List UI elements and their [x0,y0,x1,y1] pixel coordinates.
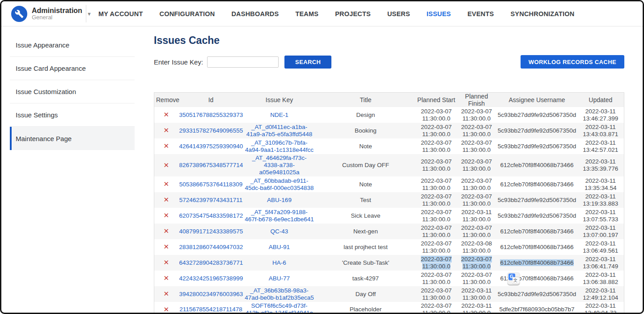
planned-finish-cell: 2022-03-07 11:30:00.0 [457,123,497,138]
app-window: Administration General ▼ MY ACCOUNTCONFI… [0,0,644,314]
nav-item-configuration[interactable]: CONFIGURATION [159,10,215,17]
planned-start-cell: 2022-03-07 11:30:00.0 [416,271,457,286]
issue-id-link[interactable]: 4087991712433389575 [179,228,243,235]
table-row: ✕4087991712433389575QC-43Next-gen2022-03… [154,224,624,239]
remove-icon[interactable]: ✕ [163,111,169,118]
assignee-cell: 5c93bb27dd9fe92d5067350d [497,286,577,302]
remove-icon[interactable]: ✕ [163,142,169,150]
sidebar-item-issue-customization[interactable]: Issue Customization [10,80,135,103]
remove-icon[interactable]: ✕ [163,274,169,282]
table-row: ✕5053866753764118309_AT_60bbadab-e911-45… [154,176,624,192]
issue-key-link[interactable]: ABU-169 [267,197,292,203]
app-subtitle: General [32,14,82,21]
remove-cell: ✕ [154,255,178,271]
issue-key-cell: _AT_60bbadab-e911-45dc-ba6f-000ec0354838 [244,176,315,192]
nav-item-synchronization[interactable]: SYNCHRONIZATION [510,10,574,17]
table-row: ✕4264143975259390940_AT_31096c7b-7bfa-4a… [154,138,624,154]
issue-id-link[interactable]: 4264143975259390940 [179,143,243,150]
remove-icon[interactable]: ✕ [163,126,169,134]
updated-cell: 2022-03-11 13:19:33.883 [577,192,624,208]
remove-icon[interactable]: ✕ [163,305,169,313]
nav-item-projects[interactable]: PROJECTS [335,10,371,17]
sidebar-item-maintenance-page[interactable]: Maintenance Page [10,127,135,150]
issue-id-link[interactable]: 3942800234976003963 [179,291,243,297]
issue-key-link[interactable]: ABU-77 [269,275,290,282]
app-brand[interactable]: Administration General ▼ [1,1,86,26]
brand-text: Administration General [32,7,82,21]
issue-key-link[interactable]: _AT_5f47a209-9188-467f-b678-6e9ec1dbe641 [245,209,314,223]
issue-id-link[interactable]: 6207354754833598172 [179,212,243,219]
remove-icon[interactable]: ✕ [163,161,169,169]
planned-finish-cell: 2022-03-07 11:30:00.0 [457,224,497,239]
column-header-planned-start: Planned Start [416,93,457,108]
nav-item-users[interactable]: USERS [387,10,410,17]
planned-finish-cell: 2022-03-07 11:30:00.0 [457,255,497,271]
issue-key-link[interactable]: _AT_d0f411ec-a1ba-41a9-a7b5-e5fa3ffd5448 [246,124,313,138]
issue-id-link[interactable]: 2115678554218711478 [179,306,242,313]
nav-item-events[interactable]: EVENTS [467,10,494,17]
issue-key-link[interactable]: SOFT6f6c5c49-d73f-412b-af2a-1245cf34941a [246,302,313,314]
issue-id-link[interactable]: 2933157827649096555 [179,127,243,134]
worklog-records-cache-button[interactable]: WORKLOG RECORDS CACHE [521,55,624,69]
issues-cache-table: RemoveIdIssue KeyTitlePlanned StartPlann… [154,92,624,314]
remove-icon[interactable]: ✕ [163,211,169,219]
title-cell: Test [315,192,416,208]
remove-icon[interactable]: ✕ [163,290,169,297]
column-header-remove: Remove [154,93,178,108]
remove-icon[interactable]: ✕ [163,196,169,203]
remove-icon[interactable]: ✕ [163,243,169,250]
updated-cell: 2022-03-11 13:35:39.776 [577,154,624,176]
issue-id-link[interactable]: 3505176788255329373 [179,112,243,118]
nav-item-teams[interactable]: TEAMS [295,10,318,17]
updated-cell: 2022-03-11 13:06:49.561 [577,239,624,255]
title-cell: Sick Leave [315,208,416,224]
planned-finish-cell: 2022-03-07 11:30:00.0 [457,138,497,154]
issue-key-link[interactable]: QC-43 [271,228,288,235]
assignee-cell: 612cfeb70f8ff40068b73466 [497,176,577,192]
google-translate-icon[interactable]: G文 [508,272,520,284]
column-header-updated: Updated [577,93,624,108]
issue-key-link[interactable]: NDE-1 [270,112,288,118]
issue-id-link[interactable]: 5053866753764118309 [179,181,243,188]
nav-item-issues[interactable]: ISSUES [427,10,451,17]
remove-icon[interactable]: ✕ [163,180,169,188]
sidebar-item-issue-appearance[interactable]: Issue Appearance [10,34,135,57]
issue-id-link[interactable]: 5724623979743431711 [179,197,243,203]
issue-id-link[interactable]: 6432728904283736771 [179,259,243,266]
assignee-cell: 612cfeb70f8ff40068b73466 [497,154,577,176]
issue-key-link[interactable]: _AT_36b63b58-98a3-47ad-be0b-b1af2b35eca5 [245,287,314,301]
remove-icon[interactable]: ✕ [163,258,169,266]
top-nav: MY ACCOUNTCONFIGURATIONDASHBOARDSTEAMSPR… [86,10,574,17]
updated-cell: 2022-03-11 13:42:57.021 [577,138,624,154]
planned-start-cell: 2022-03-07 11:30:00.0 [416,286,457,302]
issue-key-link[interactable]: _AT_464629fa-f73c-4338-a738-a05e9481025a [252,155,306,176]
table-row: ✕2838128607440947032ABU-91last projhect … [154,239,624,255]
id-cell: 5053866753764118309 [178,176,244,192]
issue-key-link[interactable]: _AT_31096c7b-7bfa-4a94-9aa1-1c1318e44fcc [245,139,314,153]
table-row: ✕3505176788255329373NDE-1Design2022-03-0… [154,107,624,123]
issue-key-input[interactable] [207,56,279,68]
remove-cell: ✕ [154,154,178,176]
issue-key-link[interactable]: _AT_60bbadab-e911-45dc-ba6f-000ec0354838 [245,177,314,191]
remove-icon[interactable]: ✕ [163,227,169,235]
issue-key-link[interactable]: ABU-91 [269,244,290,250]
remove-cell: ✕ [154,208,178,224]
nav-item-dashboards[interactable]: DASHBOARDS [231,10,279,17]
remove-cell: ✕ [154,239,178,255]
planned-start-cell: 2022-03-07 11:30:00.0 [416,208,457,224]
sidebar-item-issue-card-appearance[interactable]: Issue Card Appearance [10,57,135,80]
planned-start-cell: 2022-03-07 11:30:00.0 [416,107,457,123]
sidebar-item-issue-settings[interactable]: Issue Settings [10,103,135,127]
chevron-down-icon[interactable]: ▼ [87,11,92,17]
planned-start-cell: 2022-03-07 11:30:00.0 [416,255,457,271]
planned-start-cell: 2022-03-07 11:30:00.0 [416,224,457,239]
nav-item-my-account[interactable]: MY ACCOUNT [98,10,143,17]
search-button[interactable]: SEARCH [284,56,331,69]
issue-id-link[interactable]: 2838128607440947032 [179,244,243,250]
planned-start-cell: 2022-03-07 11:30:00.0 [416,123,457,138]
issue-id-link[interactable]: 4224324251965738999 [179,275,243,282]
planned-finish-cell: 2022-03-11 11:30:00.0 [457,286,497,302]
issue-key-link[interactable]: HA-6 [272,259,286,266]
issue-id-link[interactable]: 8267389675348577714 [179,162,243,168]
id-cell: 3505176788255329373 [178,107,244,123]
